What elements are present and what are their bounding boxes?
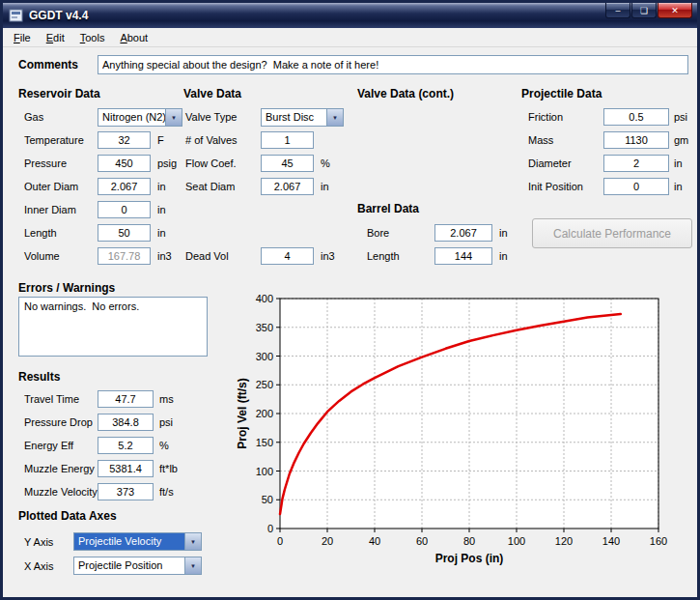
bore-input[interactable]	[434, 224, 492, 242]
results-section-title: Results	[18, 370, 60, 384]
muzzle-energy-label: Muzzle Energy	[24, 463, 95, 474]
inner-diam-label: Inner Diam	[24, 204, 76, 215]
svg-text:140: 140	[602, 535, 620, 547]
menu-about[interactable]: About	[112, 29, 155, 46]
pressure-unit: psig	[157, 157, 177, 169]
num-valves-input[interactable]	[261, 131, 314, 149]
menu-tools[interactable]: Tools	[72, 29, 113, 46]
menu-edit[interactable]: Edit	[39, 29, 72, 46]
y-axis-select-value: Projectile Velocity	[74, 533, 184, 550]
valve-cont-section-title: Valve Data (cont.)	[357, 87, 454, 100]
gas-label: Gas	[24, 111, 43, 123]
travel-time-label: Travel Time	[24, 393, 79, 405]
chevron-down-icon[interactable]: ▼	[184, 533, 201, 550]
svg-text:300: 300	[256, 351, 273, 362]
svg-text:40: 40	[369, 535, 380, 547]
mass-unit: gm	[674, 134, 688, 146]
maximize-button[interactable]: ❏	[631, 3, 657, 18]
svg-text:250: 250	[256, 379, 273, 390]
svg-text:Proj Vel (ft/s): Proj Vel (ft/s)	[236, 378, 249, 448]
muzzle-velocity-label: Muzzle Velocity	[24, 486, 98, 498]
chevron-down-icon[interactable]: ▼	[326, 109, 343, 126]
volume-unit: in3	[157, 250, 172, 262]
svg-text:120: 120	[555, 535, 573, 547]
pressure-drop-unit: psi	[159, 416, 173, 428]
svg-text:350: 350	[256, 322, 273, 333]
muzzle-energy-unit: ft*lb	[159, 463, 178, 474]
valve-type-label: Valve Type	[185, 111, 237, 123]
valve-type-select[interactable]: Burst Disc ▼	[261, 108, 344, 127]
diameter-label: Diameter	[528, 157, 572, 169]
num-valves-label: # of Valves	[185, 134, 238, 146]
energy-eff-label: Energy Eff	[24, 440, 73, 451]
svg-text:100: 100	[256, 466, 273, 477]
svg-text:160: 160	[650, 535, 667, 547]
minimize-button[interactable]: –	[605, 3, 630, 18]
temperature-label: Temperature	[24, 134, 84, 146]
chevron-down-icon[interactable]: ▼	[184, 557, 201, 574]
calculate-performance-button[interactable]: Calculate Performance	[532, 218, 692, 248]
reservoir-section-title: Reservoir Data	[18, 87, 100, 100]
x-axis-select[interactable]: Projectile Position ▼	[73, 557, 202, 575]
reservoir-length-input[interactable]	[98, 224, 151, 242]
seat-diam-unit: in	[321, 181, 329, 192]
comments-label: Comments	[18, 58, 78, 71]
svg-text:400: 400	[256, 293, 273, 304]
barrel-length-input[interactable]	[434, 247, 492, 265]
bore-label: Bore	[367, 227, 389, 239]
diameter-input[interactable]	[603, 155, 669, 172]
close-button[interactable]: ✕	[658, 3, 692, 18]
barrel-section-title: Barrel Data	[357, 202, 419, 215]
init-position-label: Init Position	[528, 181, 583, 192]
barrel-length-unit: in	[499, 250, 508, 262]
menu-file[interactable]: File	[6, 29, 39, 46]
gas-select[interactable]: Nitrogen (N2) ▼	[98, 108, 182, 127]
seat-diam-input[interactable]	[261, 178, 314, 195]
outer-diam-label: Outer Diam	[24, 181, 78, 192]
x-axis-label: X Axis	[24, 560, 54, 572]
svg-text:0: 0	[277, 535, 283, 547]
comments-input[interactable]	[98, 55, 688, 74]
pressure-drop-label: Pressure Drop	[24, 416, 93, 428]
friction-label: Friction	[528, 111, 563, 123]
dead-vol-unit: in3	[321, 250, 335, 262]
reservoir-length-unit: in	[157, 227, 166, 239]
friction-input[interactable]	[603, 108, 669, 126]
y-axis-label: Y Axis	[24, 536, 53, 548]
muzzle-velocity-unit: ft/s	[159, 486, 174, 498]
svg-text:200: 200	[256, 408, 273, 419]
y-axis-select[interactable]: Projectile Velocity ▼	[73, 532, 202, 551]
svg-text:150: 150	[256, 437, 273, 448]
chevron-down-icon[interactable]: ▼	[165, 109, 182, 126]
temperature-input[interactable]	[98, 131, 151, 149]
svg-text:0: 0	[267, 523, 273, 534]
seat-diam-label: Seat Diam	[185, 181, 235, 192]
svg-text:20: 20	[322, 535, 333, 547]
flow-coef-input[interactable]	[261, 155, 314, 172]
init-position-input[interactable]	[603, 178, 669, 195]
inner-diam-input[interactable]	[98, 201, 151, 218]
flow-coef-label: Flow Coef.	[185, 157, 237, 169]
dead-vol-label: Dead Vol	[185, 250, 229, 262]
titlebar[interactable]: GGDT v4.4 – ❏ ✕	[3, 3, 697, 28]
pressure-input[interactable]	[98, 155, 151, 172]
valve-section-title: Valve Data	[183, 87, 241, 100]
x-axis-select-value: Projectile Position	[74, 557, 184, 574]
window-title: GGDT v4.4	[29, 9, 88, 22]
temperature-unit: F	[157, 134, 164, 146]
gas-select-value: Nitrogen (N2)	[98, 109, 165, 126]
diameter-unit: in	[674, 157, 683, 169]
inner-diam-unit: in	[157, 204, 166, 215]
mass-label: Mass	[528, 134, 553, 146]
pressure-drop-output	[98, 414, 154, 431]
mass-input[interactable]	[603, 131, 669, 149]
travel-time-output	[98, 390, 154, 408]
outer-diam-input[interactable]	[98, 178, 151, 195]
svg-text:50: 50	[262, 494, 273, 505]
dead-vol-input[interactable]	[261, 247, 314, 265]
svg-text:100: 100	[508, 535, 525, 547]
outer-diam-unit: in	[157, 181, 166, 192]
menubar: File Edit Tools About	[3, 28, 697, 47]
muzzle-energy-output	[98, 460, 154, 477]
flow-coef-unit: %	[321, 157, 330, 169]
